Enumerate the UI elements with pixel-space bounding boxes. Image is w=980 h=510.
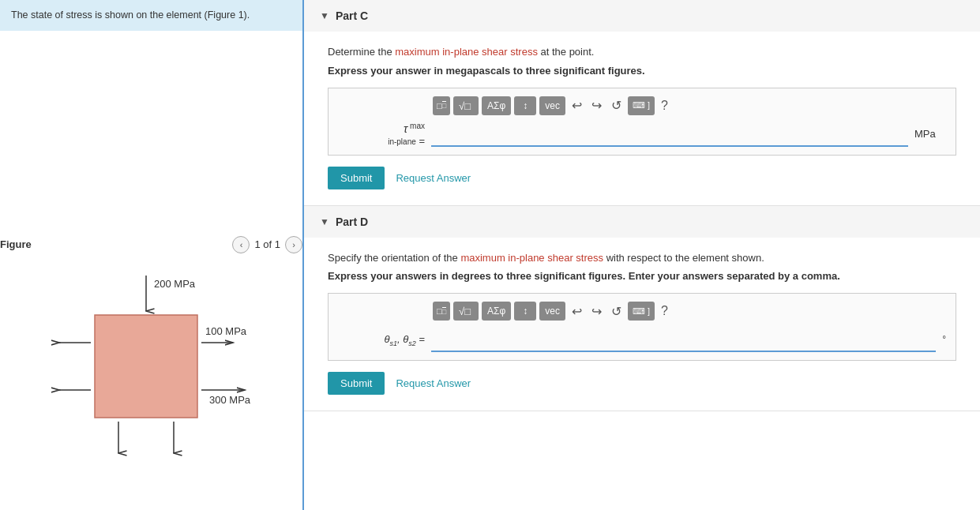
part-d-toolbar: □□ √□ AΣφ ↕ vec ↩ ↪ ↺ ⌨ ] ?	[338, 302, 946, 321]
part-c-collapse-icon: ▼	[320, 10, 329, 21]
svg-text:300 MPa: 300 MPa	[209, 394, 251, 406]
part-d-unit: °	[942, 334, 946, 345]
part-c-keyboard-btn[interactable]: ⌨ ]	[628, 96, 655, 115]
part-c-variable-label: τ max in-plane =	[338, 122, 425, 147]
part-c-content: Determine the maximum in-plane shear str…	[304, 32, 980, 205]
part-d-collapse-icon: ▼	[320, 216, 329, 227]
part-c-request-answer-link[interactable]: Request Answer	[396, 172, 471, 184]
part-c-toolbar: □□ √□ AΣφ ↕ vec ↩ ↪ ↺ ⌨ ] ?	[338, 96, 946, 115]
part-d-title: Part D	[336, 216, 368, 228]
part-c-undo-btn[interactable]: ↩	[569, 96, 585, 115]
svg-rect-0	[95, 315, 197, 418]
part-c-header[interactable]: ▼ Part C	[304, 0, 980, 32]
figure-nav-row: Figure ‹ 1 of 1 ›	[0, 236, 302, 253]
figure-count: 1 of 1	[254, 238, 280, 250]
svg-text:√□: √□	[459, 100, 471, 112]
svg-text:√□: √□	[459, 306, 471, 317]
part-d-input-row: θs1, θs2 = °	[338, 327, 946, 352]
part-c-vec-btn[interactable]: vec	[539, 96, 565, 115]
part-d-arrow-btn[interactable]: ↕	[514, 302, 536, 321]
part-d-keyboard-btn[interactable]: ⌨ ]	[628, 302, 655, 321]
part-d-request-answer-link[interactable]: Request Answer	[396, 377, 471, 389]
part-c-input-row: τ max in-plane = MPa	[338, 122, 946, 147]
part-d-input-box: □□ √□ AΣφ ↕ vec ↩ ↪ ↺ ⌨ ] ?	[328, 293, 956, 361]
part-d-header[interactable]: ▼ Part D	[304, 206, 980, 238]
svg-text:200 MPa: 200 MPa	[154, 278, 196, 290]
part-c-actions: Submit Request Answer	[328, 167, 956, 189]
part-d-redo-btn[interactable]: ↪	[588, 302, 605, 321]
part-d-variable-label: θs1, θs2 =	[338, 333, 425, 347]
part-c-title: Part C	[336, 9, 368, 22]
part-c-input-box: □□ √□ AΣφ ↕ vec ↩ ↪ ↺ ⌨ ] ?	[328, 88, 956, 156]
figure-prev-button[interactable]: ‹	[232, 236, 250, 253]
part-d-symbol-btn[interactable]: AΣφ	[482, 302, 511, 321]
part-d-sqrt-btn[interactable]: √□	[453, 302, 479, 321]
part-c-sqrt-btn[interactable]: √□	[453, 96, 479, 115]
part-d-vec-btn[interactable]: vec	[539, 302, 565, 321]
part-c-bold-instruction: Express your answer in megapascals to th…	[328, 65, 956, 77]
part-c-section: ▼ Part C Determine the maximum in-plane …	[304, 0, 980, 206]
part-d-fraction-btn[interactable]: □□	[433, 302, 450, 321]
figure-label: Figure	[0, 238, 32, 250]
part-c-fraction-btn[interactable]: □□	[433, 96, 450, 115]
part-c-help-btn[interactable]: ?	[658, 97, 671, 114]
svg-text:100 MPa: 100 MPa	[205, 325, 247, 337]
intro-text: The state of stress is shown on the elem…	[0, 0, 302, 31]
part-d-submit-button[interactable]: Submit	[328, 372, 385, 395]
part-c-redo-btn[interactable]: ↪	[588, 96, 605, 115]
part-d-help-btn[interactable]: ?	[658, 302, 671, 320]
stress-diagram: 200 MPa 100 MPa 300 MPa	[16, 268, 284, 489]
part-c-unit: MPa	[914, 128, 946, 140]
part-c-answer-input[interactable]	[431, 122, 908, 147]
part-d-refresh-btn[interactable]: ↺	[608, 302, 625, 321]
part-d-actions: Submit Request Answer	[328, 372, 956, 395]
part-d-answer-input[interactable]	[431, 327, 936, 352]
part-d-section: ▼ Part D Specify the orientation of the …	[304, 206, 980, 412]
part-d-instruction: Specify the orientation of the maximum i…	[328, 250, 956, 266]
part-d-undo-btn[interactable]: ↩	[569, 302, 585, 321]
part-c-instruction: Determine the maximum in-plane shear str…	[328, 44, 956, 60]
part-c-submit-button[interactable]: Submit	[328, 167, 385, 189]
part-d-bold-instruction: Express your answers in degrees to three…	[328, 270, 956, 282]
part-c-arrow-btn[interactable]: ↕	[514, 96, 536, 115]
figure-next-button[interactable]: ›	[285, 236, 302, 253]
part-c-symbol-btn[interactable]: AΣφ	[482, 96, 511, 115]
part-d-content: Specify the orientation of the maximum i…	[304, 238, 980, 411]
part-c-refresh-btn[interactable]: ↺	[608, 96, 625, 115]
